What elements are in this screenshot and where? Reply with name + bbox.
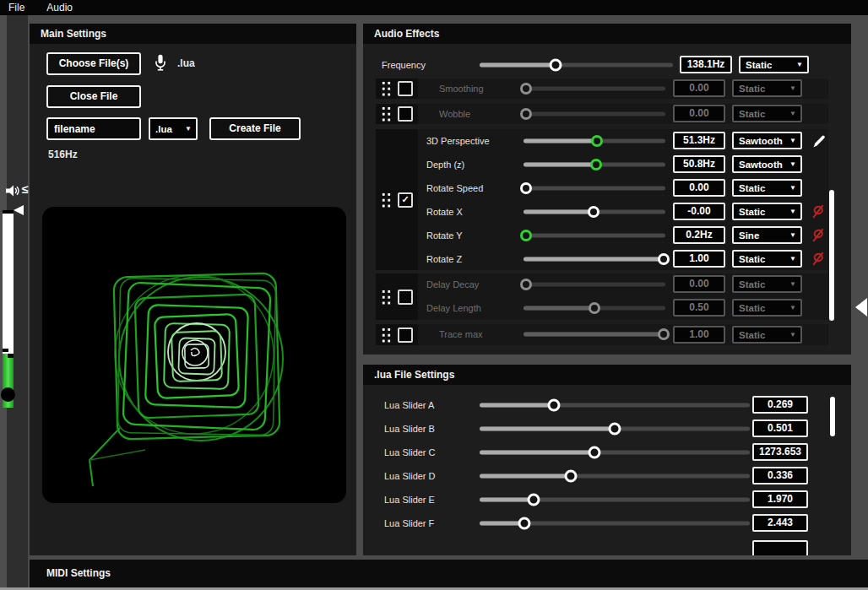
chevron-down-icon: ▼ [789, 111, 796, 117]
midi-settings-panel[interactable]: MIDI Settings [30, 560, 868, 587]
lua-slider-value-box[interactable]: 0.336 [752, 467, 808, 484]
lua-slider[interactable] [480, 451, 750, 455]
effect-slider-thumb[interactable] [589, 302, 600, 314]
effect-slider-thumb[interactable] [520, 279, 532, 290]
volume-meter-level-tick [8, 354, 14, 358]
lua-slider-thumb[interactable] [609, 423, 621, 436]
current-file-extension: .lua [177, 57, 195, 69]
spin-animation-icon[interactable] [812, 204, 825, 219]
effect-slider-thumb[interactable] [520, 182, 532, 194]
spin-animation-icon[interactable] [812, 228, 825, 242]
effect-value-box[interactable]: 51.3Hz [673, 132, 725, 149]
effect-slider-thumb[interactable] [520, 230, 532, 241]
effect-type-select[interactable]: Static ▼ [732, 275, 802, 293]
lua-slider[interactable] [480, 474, 750, 479]
effect-value-box[interactable]: 50.8Hz [673, 155, 725, 173]
lua-slider-thumb[interactable] [518, 517, 530, 530]
menu-audio[interactable]: Audio [46, 2, 73, 14]
effect-slider[interactable] [524, 282, 665, 286]
frequency-type-select[interactable]: Static ▼ [739, 56, 809, 73]
effect-slider[interactable] [524, 234, 665, 238]
effect-value-box[interactable]: 0.00 [673, 179, 725, 197]
effect-value-box[interactable]: -0.00 [673, 203, 725, 220]
lua-slider-thumb[interactable] [548, 399, 561, 412]
file-extension-select[interactable]: .lua ▼ [149, 117, 198, 140]
frequency-slider[interactable] [480, 63, 673, 68]
edit-pencil-icon[interactable] [812, 134, 826, 149]
effect-slider-thumb[interactable] [658, 328, 670, 340]
effect-type-select[interactable]: Static ▼ [732, 179, 802, 197]
lua-slider-label: Lua Slider C [384, 447, 436, 457]
effect-row: Rotate X -0.00 Static ▼ [376, 200, 828, 224]
effect-type-select[interactable]: Static ▼ [732, 105, 802, 122]
effect-type-value: Static [739, 279, 765, 290]
effect-type-select[interactable]: Static ▼ [732, 203, 802, 220]
frequency-row: Frequency 138.1Hz Static ▼ [363, 53, 851, 77]
effect-value-box[interactable]: 0.2Hz [673, 226, 725, 244]
effect-slider-thumb[interactable] [658, 253, 670, 265]
lua-slider-value-box[interactable]: 1273.653 [752, 443, 808, 461]
chevron-down-icon: ▼ [789, 138, 796, 144]
lua-slider[interactable] [480, 403, 750, 408]
effect-type-value: Static [739, 207, 765, 217]
lua-slider-label: Lua Slider D [384, 471, 436, 481]
lua-slider-row: Lua Slider E 1.970 [363, 488, 851, 512]
effect-value-box[interactable]: 0.00 [673, 105, 725, 122]
effect-value-box[interactable]: 0.00 [673, 275, 725, 293]
volume-marker-icon[interactable] [14, 205, 24, 215]
lua-scrollbar[interactable] [830, 397, 835, 436]
effect-type-select[interactable]: Sine ▼ [732, 226, 802, 244]
effect-slider-thumb[interactable] [588, 206, 599, 218]
effects-scrollbar[interactable] [829, 190, 834, 321]
choose-file-button[interactable]: Choose File(s) [46, 52, 141, 75]
spin-animation-icon[interactable] [812, 252, 825, 266]
volume-meter-top-tick [3, 210, 14, 214]
effect-slider[interactable] [524, 333, 665, 337]
menu-bar: File Audio [0, 0, 868, 15]
effect-slider[interactable] [524, 187, 665, 191]
lua-slider-value-box[interactable]: 0.501 [752, 419, 808, 437]
effect-slider[interactable] [524, 112, 665, 116]
effect-slider-thumb[interactable] [520, 83, 532, 95]
effect-slider-thumb[interactable] [591, 135, 603, 147]
lua-slider-value-box[interactable]: 0.269 [752, 396, 808, 414]
lua-slider[interactable] [480, 498, 750, 502]
menu-file[interactable]: File [8, 2, 24, 14]
main-settings-header: Main Settings [30, 24, 356, 44]
frequency-slider-thumb[interactable] [550, 59, 562, 72]
volume-meter-lower-tick [3, 349, 8, 352]
effect-slider[interactable] [524, 257, 665, 262]
effect-type-select[interactable]: Sawtooth ▼ [732, 132, 802, 149]
close-file-button[interactable]: Close File [46, 85, 141, 108]
effect-value-box[interactable]: 0.50 [673, 299, 725, 317]
effect-value-box[interactable]: 1.00 [673, 250, 725, 268]
lua-settings-title: .lua File Settings [374, 369, 454, 381]
filename-input[interactable] [46, 117, 141, 140]
effect-block-wobble: Wobble 0.00 Static ▼ [376, 104, 828, 124]
effect-type-select[interactable]: Static ▼ [732, 79, 802, 97]
lua-slider-value-box[interactable]: 1.970 [752, 490, 808, 508]
effect-slider-thumb[interactable] [590, 159, 602, 171]
create-file-button[interactable]: Create File [209, 117, 301, 140]
effect-row: Rotate Y 0.2Hz Sine ▼ [376, 224, 828, 247]
lua-slider-value-box[interactable]: 2.443 [752, 514, 808, 532]
effect-type-select[interactable]: Static ▼ [732, 326, 802, 344]
effect-value-box[interactable]: 0.00 [673, 79, 725, 97]
effect-type-select[interactable]: Static ▼ [732, 299, 802, 317]
lua-slider-thumb[interactable] [528, 494, 540, 506]
effect-type-select[interactable]: Static ▼ [732, 250, 802, 268]
effect-slider-thumb[interactable] [520, 108, 532, 120]
volume-slider-thumb[interactable] [1, 387, 15, 402]
volume-meter-track[interactable] [3, 210, 14, 354]
panel-collapse-arrow-icon[interactable] [855, 298, 867, 317]
lua-slider-thumb[interactable] [589, 447, 601, 459]
lua-slider-thumb[interactable] [564, 470, 577, 483]
effect-slider[interactable] [524, 87, 665, 91]
frequency-value-box[interactable]: 138.1Hz [680, 56, 732, 73]
effect-value-box[interactable]: 1.00 [673, 326, 725, 344]
effect-type-value: Sawtooth [739, 136, 783, 146]
oscilloscope-visual [42, 207, 346, 503]
effect-type-select[interactable]: Sawtooth ▼ [732, 155, 802, 173]
effect-label: Rotate Speed [426, 183, 483, 193]
microphone-icon[interactable] [155, 54, 166, 72]
